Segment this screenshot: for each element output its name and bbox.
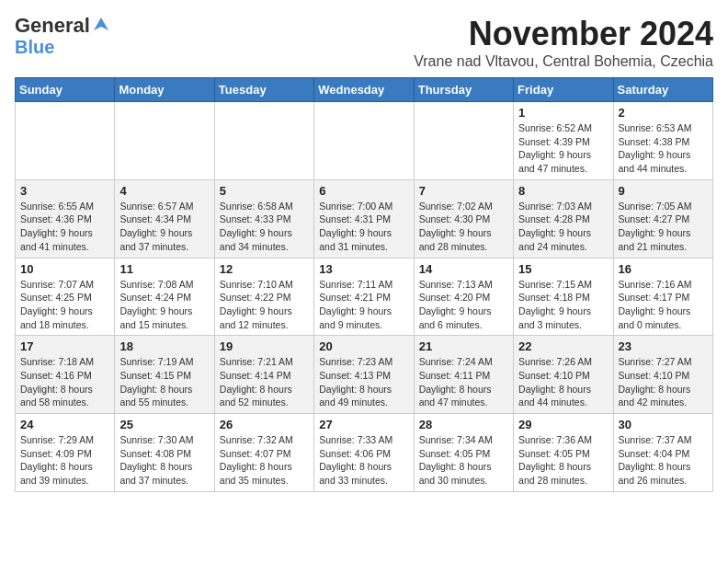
day-number: 16 — [619, 262, 708, 276]
calendar-header-row: SundayMondayTuesdayWednesdayThursdayFrid… — [16, 78, 713, 102]
day-info: Sunrise: 7:10 AM Sunset: 4:22 PM Dayligh… — [220, 278, 309, 332]
calendar-cell: 25Sunrise: 7:30 AM Sunset: 4:08 PM Dayli… — [115, 414, 214, 492]
day-number: 30 — [619, 418, 708, 431]
weekday-header-tuesday: Tuesday — [214, 78, 313, 102]
day-info: Sunrise: 7:03 AM Sunset: 4:28 PM Dayligh… — [518, 200, 608, 254]
calendar-cell — [314, 102, 414, 180]
day-info: Sunrise: 7:08 AM Sunset: 4:24 PM Dayligh… — [119, 278, 209, 332]
day-info: Sunrise: 7:36 AM Sunset: 4:05 PM Dayligh… — [518, 433, 608, 488]
day-number: 24 — [20, 418, 109, 431]
day-info: Sunrise: 7:18 AM Sunset: 4:16 PM Dayligh… — [20, 355, 109, 409]
day-number: 23 — [619, 339, 708, 353]
day-number: 8 — [518, 184, 608, 198]
day-number: 6 — [319, 184, 408, 198]
calendar-cell: 19Sunrise: 7:21 AM Sunset: 4:14 PM Dayli… — [214, 336, 313, 414]
calendar-body: 1Sunrise: 6:52 AM Sunset: 4:39 PM Daylig… — [16, 102, 713, 492]
calendar-cell — [16, 102, 115, 180]
day-number: 20 — [319, 339, 408, 353]
day-info: Sunrise: 7:23 AM Sunset: 4:13 PM Dayligh… — [319, 355, 408, 409]
svg-marker-0 — [94, 17, 108, 30]
weekday-header-sunday: Sunday — [16, 78, 115, 102]
calendar-cell: 12Sunrise: 7:10 AM Sunset: 4:22 PM Dayli… — [214, 258, 313, 336]
day-number: 25 — [119, 418, 209, 431]
location: Vrane nad Vltavou, Central Bohemia, Czec… — [414, 53, 713, 70]
calendar-table: SundayMondayTuesdayWednesdayThursdayFrid… — [15, 77, 713, 492]
month-title: November 2024 — [414, 15, 713, 53]
calendar-cell: 18Sunrise: 7:19 AM Sunset: 4:15 PM Dayli… — [115, 336, 214, 414]
weekday-header-wednesday: Wednesday — [314, 78, 414, 102]
logo: General Blue — [15, 15, 110, 57]
calendar-cell: 27Sunrise: 7:33 AM Sunset: 4:06 PM Dayli… — [314, 414, 414, 492]
calendar-cell: 16Sunrise: 7:16 AM Sunset: 4:17 PM Dayli… — [613, 258, 712, 336]
logo-icon — [92, 16, 110, 34]
day-info: Sunrise: 6:53 AM Sunset: 4:38 PM Dayligh… — [619, 121, 708, 176]
calendar-cell: 29Sunrise: 7:36 AM Sunset: 4:05 PM Dayli… — [514, 414, 613, 492]
day-info: Sunrise: 7:13 AM Sunset: 4:20 PM Dayligh… — [419, 278, 508, 332]
weekday-header-thursday: Thursday — [414, 78, 513, 102]
day-number: 1 — [518, 106, 608, 120]
calendar-cell: 26Sunrise: 7:32 AM Sunset: 4:07 PM Dayli… — [214, 414, 313, 492]
day-info: Sunrise: 7:33 AM Sunset: 4:06 PM Dayligh… — [319, 433, 408, 488]
day-number: 4 — [119, 184, 209, 198]
calendar-cell: 6Sunrise: 7:00 AM Sunset: 4:31 PM Daylig… — [314, 179, 414, 258]
day-info: Sunrise: 7:37 AM Sunset: 4:04 PM Dayligh… — [619, 433, 708, 488]
calendar-cell — [214, 102, 313, 180]
calendar-cell: 5Sunrise: 6:58 AM Sunset: 4:33 PM Daylig… — [214, 179, 313, 258]
day-info: Sunrise: 6:58 AM Sunset: 4:33 PM Dayligh… — [220, 200, 309, 254]
calendar-week-2: 10Sunrise: 7:07 AM Sunset: 4:25 PM Dayli… — [16, 258, 713, 336]
logo-text-blue: Blue — [15, 37, 54, 57]
day-info: Sunrise: 7:29 AM Sunset: 4:09 PM Dayligh… — [20, 433, 109, 488]
day-info: Sunrise: 7:16 AM Sunset: 4:17 PM Dayligh… — [619, 278, 708, 332]
calendar-cell: 10Sunrise: 7:07 AM Sunset: 4:25 PM Dayli… — [16, 258, 115, 336]
calendar-cell — [115, 102, 214, 180]
weekday-header-saturday: Saturday — [613, 78, 712, 102]
day-info: Sunrise: 7:02 AM Sunset: 4:30 PM Dayligh… — [419, 200, 508, 254]
day-info: Sunrise: 7:19 AM Sunset: 4:15 PM Dayligh… — [119, 355, 209, 409]
calendar-cell: 28Sunrise: 7:34 AM Sunset: 4:05 PM Dayli… — [414, 414, 513, 492]
calendar-week-1: 3Sunrise: 6:55 AM Sunset: 4:36 PM Daylig… — [16, 179, 713, 258]
day-info: Sunrise: 7:32 AM Sunset: 4:07 PM Dayligh… — [220, 433, 309, 488]
day-number: 2 — [619, 106, 708, 120]
day-info: Sunrise: 7:11 AM Sunset: 4:21 PM Dayligh… — [319, 278, 408, 332]
calendar-cell: 24Sunrise: 7:29 AM Sunset: 4:09 PM Dayli… — [16, 414, 115, 492]
day-info: Sunrise: 6:55 AM Sunset: 4:36 PM Dayligh… — [20, 200, 109, 254]
day-info: Sunrise: 7:24 AM Sunset: 4:11 PM Dayligh… — [419, 355, 508, 409]
calendar-cell: 1Sunrise: 6:52 AM Sunset: 4:39 PM Daylig… — [514, 102, 613, 180]
calendar-cell: 11Sunrise: 7:08 AM Sunset: 4:24 PM Dayli… — [115, 258, 214, 336]
calendar-cell: 22Sunrise: 7:26 AM Sunset: 4:10 PM Dayli… — [514, 336, 613, 414]
day-number: 13 — [319, 262, 408, 276]
day-number: 9 — [619, 184, 708, 198]
calendar-cell: 14Sunrise: 7:13 AM Sunset: 4:20 PM Dayli… — [414, 258, 513, 336]
day-number: 22 — [518, 339, 608, 353]
day-info: Sunrise: 7:00 AM Sunset: 4:31 PM Dayligh… — [319, 200, 408, 254]
calendar-cell: 30Sunrise: 7:37 AM Sunset: 4:04 PM Dayli… — [613, 414, 712, 492]
calendar-week-0: 1Sunrise: 6:52 AM Sunset: 4:39 PM Daylig… — [16, 102, 713, 180]
day-number: 19 — [220, 339, 309, 353]
calendar-cell: 15Sunrise: 7:15 AM Sunset: 4:18 PM Dayli… — [514, 258, 613, 336]
day-info: Sunrise: 6:57 AM Sunset: 4:34 PM Dayligh… — [119, 200, 209, 254]
day-info: Sunrise: 7:30 AM Sunset: 4:08 PM Dayligh… — [119, 433, 209, 488]
calendar-cell: 17Sunrise: 7:18 AM Sunset: 4:16 PM Dayli… — [16, 336, 115, 414]
day-number: 27 — [319, 418, 408, 431]
day-number: 5 — [220, 184, 309, 198]
day-info: Sunrise: 7:34 AM Sunset: 4:05 PM Dayligh… — [419, 433, 508, 488]
day-number: 3 — [20, 184, 109, 198]
calendar-cell: 9Sunrise: 7:05 AM Sunset: 4:27 PM Daylig… — [613, 179, 712, 258]
weekday-header-friday: Friday — [514, 78, 613, 102]
calendar-week-4: 24Sunrise: 7:29 AM Sunset: 4:09 PM Dayli… — [16, 414, 713, 492]
calendar-cell: 8Sunrise: 7:03 AM Sunset: 4:28 PM Daylig… — [514, 179, 613, 258]
day-number: 17 — [20, 339, 109, 353]
calendar-cell: 20Sunrise: 7:23 AM Sunset: 4:13 PM Dayli… — [314, 336, 414, 414]
day-info: Sunrise: 7:21 AM Sunset: 4:14 PM Dayligh… — [220, 355, 309, 409]
day-number: 29 — [518, 418, 608, 431]
calendar-cell: 7Sunrise: 7:02 AM Sunset: 4:30 PM Daylig… — [414, 179, 513, 258]
day-number: 21 — [419, 339, 508, 353]
calendar-cell: 23Sunrise: 7:27 AM Sunset: 4:10 PM Dayli… — [613, 336, 712, 414]
day-number: 7 — [419, 184, 508, 198]
calendar-cell: 13Sunrise: 7:11 AM Sunset: 4:21 PM Dayli… — [314, 258, 414, 336]
day-info: Sunrise: 7:26 AM Sunset: 4:10 PM Dayligh… — [518, 355, 608, 409]
calendar-cell: 21Sunrise: 7:24 AM Sunset: 4:11 PM Dayli… — [414, 336, 513, 414]
day-info: Sunrise: 7:27 AM Sunset: 4:10 PM Dayligh… — [619, 355, 708, 409]
day-number: 10 — [20, 262, 109, 276]
weekday-header-monday: Monday — [115, 78, 214, 102]
